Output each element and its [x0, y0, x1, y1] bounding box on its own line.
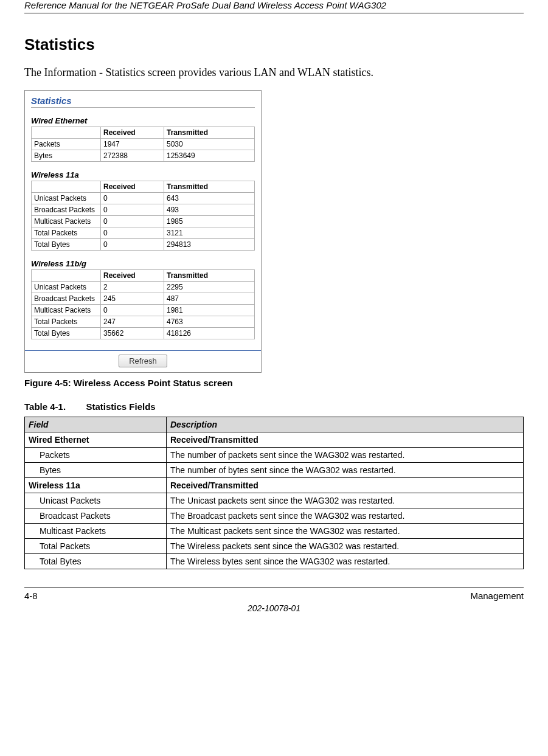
col-received: Received	[101, 181, 164, 193]
cell-name: Broadcast Packets	[32, 204, 101, 216]
statistics-screenshot: Statistics Wired Ethernet Received Trans…	[24, 90, 262, 373]
table-row: Multicast Packets01985	[32, 216, 255, 227]
cell-name: Total Bytes	[32, 239, 101, 251]
table-row: BytesThe number of bytes sent since the …	[25, 463, 524, 478]
table-row: Total Bytes0294813	[32, 239, 255, 251]
cell-name: Unicast Packets	[32, 282, 101, 293]
cell-name: Multicast Packets	[32, 305, 101, 316]
table-row: Total BytesThe Wireless bytes sent since…	[25, 554, 524, 569]
ss-table-11a: Received Transmitted Unicast Packets0643…	[31, 181, 255, 251]
ss-title: Statistics	[31, 95, 255, 106]
cell-rx: 35662	[101, 328, 164, 339]
table-row: Unicast Packets22295	[32, 282, 255, 293]
cell-name: Multicast Packets	[32, 216, 101, 227]
col-blank	[32, 181, 101, 193]
cell-desc: The Multicast packets sent since the WAG…	[167, 524, 524, 539]
ss-footer: Refresh	[25, 350, 261, 372]
cell-desc: Received/Transmitted	[167, 432, 524, 448]
cell-rx: 0	[101, 193, 164, 204]
table-row: PacketsThe number of packets sent since …	[25, 448, 524, 463]
table-caption-title: Statistics Fields	[86, 401, 155, 412]
col-transmitted: Transmitted	[164, 270, 255, 282]
cell-tx: 2295	[164, 282, 255, 293]
table-row: Bytes 272388 1253649	[32, 150, 255, 162]
table-caption: Table 4-1. Statistics Fields	[24, 401, 524, 412]
table-caption-prefix: Table 4-1.	[24, 401, 66, 412]
ss-table-11bg: Received Transmitted Unicast Packets2229…	[31, 269, 255, 339]
cell-desc: The number of bytes sent since the WAG30…	[167, 463, 524, 478]
table-row: Broadcast Packets245487	[32, 293, 255, 305]
header-desc: Description	[167, 417, 524, 432]
cell-rx: 0	[101, 239, 164, 251]
cell-tx: 487	[164, 293, 255, 305]
cell-desc: The Broadcast packets sent since the WAG…	[167, 508, 524, 524]
table-row: Multicast Packets01981	[32, 305, 255, 316]
cell-desc: Received/Transmitted	[167, 478, 524, 493]
ss-divider	[31, 107, 255, 108]
table-row: Broadcast Packets0493	[32, 204, 255, 216]
cell-name: Bytes	[32, 150, 101, 162]
cell-field: Packets	[25, 448, 167, 463]
cell-name: Broadcast Packets	[32, 293, 101, 305]
cell-desc: The Wireless packets sent since the WAG3…	[167, 539, 524, 554]
table-row: Received Transmitted	[32, 270, 255, 282]
cell-field: Total Bytes	[25, 554, 167, 569]
cell-tx: 4763	[164, 316, 255, 328]
cell-tx: 3121	[164, 227, 255, 239]
cell-tx: 5030	[164, 139, 255, 150]
ss-table-wired: Received Transmitted Packets 1947 5030 B…	[31, 127, 255, 162]
cell-tx: 643	[164, 193, 255, 204]
table-row: Broadcast PacketsThe Broadcast packets s…	[25, 508, 524, 524]
cell-rx: 0	[101, 216, 164, 227]
footer-left: 4-8	[24, 591, 38, 601]
cell-field: Multicast Packets	[25, 524, 167, 539]
figure-caption: Figure 4-5: Wireless Access Point Status…	[24, 378, 524, 388]
page-title: Statistics	[24, 35, 524, 54]
cell-tx: 493	[164, 204, 255, 216]
cell-field: Bytes	[25, 463, 167, 478]
cell-rx: 0	[101, 227, 164, 239]
col-blank	[32, 127, 101, 139]
footer-center: 202-10078-01	[24, 603, 524, 613]
table-row: Wired EthernetReceived/Transmitted	[25, 432, 524, 448]
cell-field: Total Packets	[25, 539, 167, 554]
col-received: Received	[101, 127, 164, 139]
cell-name: Total Packets	[32, 227, 101, 239]
col-received: Received	[101, 270, 164, 282]
table-row: Received Transmitted	[32, 181, 255, 193]
cell-rx: 247	[101, 316, 164, 328]
refresh-button[interactable]: Refresh	[119, 355, 167, 367]
table-row: Total Bytes35662418126	[32, 328, 255, 339]
cell-desc: The Wireless bytes sent since the WAG302…	[167, 554, 524, 569]
table-row: Unicast PacketsThe Unicast packets sent …	[25, 493, 524, 508]
cell-desc: The Unicast packets sent since the WAG30…	[167, 493, 524, 508]
table-row: Wireless 11aReceived/Transmitted	[25, 478, 524, 493]
table-row: Packets 1947 5030	[32, 139, 255, 150]
header-field: Field	[25, 417, 167, 432]
cell-rx: 2	[101, 282, 164, 293]
cell-rx: 0	[101, 305, 164, 316]
footer-right: Management	[470, 591, 524, 601]
cell-tx: 418126	[164, 328, 255, 339]
table-row: Field Description	[25, 417, 524, 432]
ss-section-11bg: Wireless 11b/g	[31, 259, 255, 268]
cell-field: Wireless 11a	[25, 478, 167, 493]
cell-field: Unicast Packets	[25, 493, 167, 508]
table-row: Unicast Packets0643	[32, 193, 255, 204]
col-transmitted: Transmitted	[164, 127, 255, 139]
intro-text: The Information - Statistics screen prov…	[24, 66, 524, 79]
cell-field: Wired Ethernet	[25, 432, 167, 448]
table-row: Received Transmitted	[32, 127, 255, 139]
cell-rx: 272388	[101, 150, 164, 162]
cell-field: Broadcast Packets	[25, 508, 167, 524]
ss-section-wired: Wired Ethernet	[31, 116, 255, 125]
cell-name: Total Packets	[32, 316, 101, 328]
ss-section-11a: Wireless 11a	[31, 170, 255, 179]
cell-name: Unicast Packets	[32, 193, 101, 204]
statistics-fields-table: Field Description Wired EthernetReceived…	[24, 417, 524, 569]
page-header: Reference Manual for the NETGEAR ProSafe…	[24, 0, 524, 13]
cell-tx: 294813	[164, 239, 255, 251]
table-row: Total Packets03121	[32, 227, 255, 239]
cell-name: Total Bytes	[32, 328, 101, 339]
table-row: Multicast PacketsThe Multicast packets s…	[25, 524, 524, 539]
